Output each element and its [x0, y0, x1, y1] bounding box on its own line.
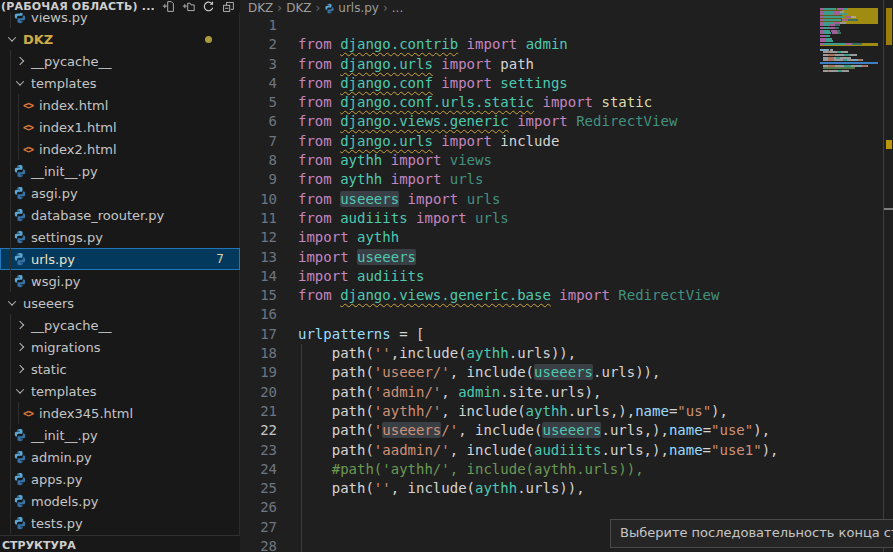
- chevron-right-icon[interactable]: [12, 53, 28, 69]
- code-token: import: [391, 152, 450, 168]
- tree-indent-guide: [18, 138, 19, 160]
- python-file-icon: [12, 427, 28, 443]
- code-token: django.urls: [340, 133, 433, 149]
- code-token: static: [601, 94, 652, 110]
- code-token: useeers: [382, 422, 441, 438]
- minimap-line: [824, 43, 845, 45]
- minimap-line: [838, 32, 841, 34]
- tree-item-label: DKZ: [23, 32, 53, 47]
- workspace-title: (РАБОЧАЯ ОБЛАСТЬ) ...: [1, 0, 155, 13]
- python-file-icon: [12, 471, 28, 487]
- outline-title: СТРУКТУРА: [2, 539, 76, 552]
- minimap-line: [850, 54, 857, 56]
- code-token: #path('aythh/', include(aythh.urls)),: [298, 461, 644, 477]
- minimap-line: [867, 65, 869, 67]
- tree-item-label: wsgi.py: [31, 274, 80, 289]
- tree-folder-migrations[interactable]: migrations: [0, 336, 240, 358]
- minimap[interactable]: [820, 0, 878, 552]
- python-file-icon: [12, 273, 28, 289]
- code-token: path(: [298, 422, 374, 438]
- code-token: .urls,),: [601, 442, 668, 458]
- tree-file-urls-py[interactable]: urls.py7: [0, 248, 240, 270]
- tree-item-label: apps.py: [31, 472, 82, 487]
- tree-file--init-py[interactable]: __init__.py: [0, 424, 240, 446]
- breadcrumb-separator: ›: [316, 1, 321, 15]
- tree-file-settings-py[interactable]: settings.py: [0, 226, 240, 248]
- code-content[interactable]: from django.contrib import adminfrom dja…: [298, 16, 778, 552]
- tree-file-index345-html[interactable]: <>index345.html: [0, 402, 240, 424]
- outline-section-header[interactable]: СТРУКТУРА: [0, 535, 240, 552]
- code-token: django.views.generic.base: [340, 287, 551, 303]
- code-line: urlpatterns = [: [298, 325, 778, 344]
- code-token: from: [298, 152, 340, 168]
- code-token: audiiits: [340, 210, 407, 226]
- tree-file-wsgi-py[interactable]: wsgi.py: [0, 270, 240, 292]
- chevron-down-icon[interactable]: [4, 295, 20, 311]
- new-folder-icon[interactable]: [182, 0, 195, 13]
- tree-indent-guide: [18, 94, 19, 116]
- tree-file-models-py[interactable]: models.py: [0, 490, 240, 512]
- refresh-explorer-icon[interactable]: [202, 0, 215, 13]
- tree-folder-useeers[interactable]: useeers: [0, 292, 240, 314]
- chevron-right-icon[interactable]: [12, 339, 28, 355]
- tree-folder-static[interactable]: static: [0, 358, 240, 380]
- breadcrumb-segment[interactable]: ...: [392, 1, 403, 15]
- tree-indent-guide: [10, 512, 11, 534]
- line-number: 13: [241, 248, 277, 267]
- code-token: , include(: [450, 442, 534, 458]
- breadcrumb-separator: ›: [383, 1, 388, 15]
- code-token: path: [500, 56, 534, 72]
- code-token: = [: [391, 326, 425, 342]
- minimap-line: [820, 49, 829, 51]
- code-token: urls: [467, 191, 501, 207]
- chevron-down-icon[interactable]: [12, 383, 28, 399]
- tree-folder-templates[interactable]: templates: [0, 72, 240, 94]
- line-number-gutter[interactable]: 1234567891011121314151617181920212223242…: [241, 16, 277, 552]
- collapse-folders-icon[interactable]: [222, 0, 235, 13]
- tree-file-tests-py[interactable]: tests.py: [0, 512, 240, 534]
- chevron-down-icon[interactable]: [4, 31, 20, 47]
- code-token: useeers: [340, 191, 399, 207]
- tree-file--init-py[interactable]: __init__.py: [0, 160, 240, 182]
- code-line: [298, 305, 778, 324]
- breadcrumb-segment[interactable]: DKZ: [248, 1, 273, 15]
- python-file-icon: [12, 163, 28, 179]
- minimap-line: [829, 70, 838, 72]
- chevron-right-icon[interactable]: [12, 317, 28, 333]
- code-token: aythh: [340, 152, 382, 168]
- breadcrumb-segment[interactable]: DKZ: [286, 1, 311, 15]
- tree-indent-guide: [10, 314, 11, 336]
- tree-file-index-html[interactable]: <>index.html: [0, 94, 240, 116]
- chevron-down-icon[interactable]: [12, 75, 28, 91]
- tree-item-label: admin.py: [31, 450, 92, 465]
- tree-file-index2-html[interactable]: <>index2.html: [0, 138, 240, 160]
- line-number: 19: [241, 363, 277, 382]
- tree-folder--pycache-[interactable]: __pycache__: [0, 50, 240, 72]
- tree-file-index1-html[interactable]: <>index1.html: [0, 116, 240, 138]
- tree-item-label: __init__.py: [31, 164, 98, 179]
- code-line: path('aythh/', include(aythh.urls,),name…: [298, 402, 778, 421]
- workspace-section-header[interactable]: (РАБОЧАЯ ОБЛАСТЬ) ...: [0, 0, 240, 13]
- code-token: aythh: [467, 345, 509, 361]
- tree-file-database-roouter-py[interactable]: database_roouter.py: [0, 204, 240, 226]
- tree-folder-templates[interactable]: templates: [0, 380, 240, 402]
- minimap-line: [828, 65, 836, 67]
- tree-folder--pycache-[interactable]: __pycache__: [0, 314, 240, 336]
- tree-file-apps-py[interactable]: apps.py: [0, 468, 240, 490]
- line-number: 20: [241, 383, 277, 402]
- overview-ruler[interactable]: [884, 0, 893, 552]
- code-token: import: [298, 249, 357, 265]
- code-token: 'aythh/': [374, 403, 441, 419]
- code-token: import: [298, 268, 357, 284]
- tree-file-admin-py[interactable]: admin.py: [0, 446, 240, 468]
- indent-guide: [301, 344, 302, 552]
- tree-folder-dkz[interactable]: DKZ: [0, 28, 240, 50]
- chevron-right-icon[interactable]: [12, 361, 28, 377]
- new-file-icon[interactable]: [162, 0, 175, 13]
- tree-item-label: __pycache__: [31, 318, 111, 333]
- breadcrumb-segment[interactable]: urls.py: [324, 1, 379, 15]
- line-number: 18: [241, 344, 277, 363]
- code-token: import: [391, 171, 450, 187]
- code-token: 'aadmin/': [374, 442, 450, 458]
- tree-file-asgi-py[interactable]: asgi.py: [0, 182, 240, 204]
